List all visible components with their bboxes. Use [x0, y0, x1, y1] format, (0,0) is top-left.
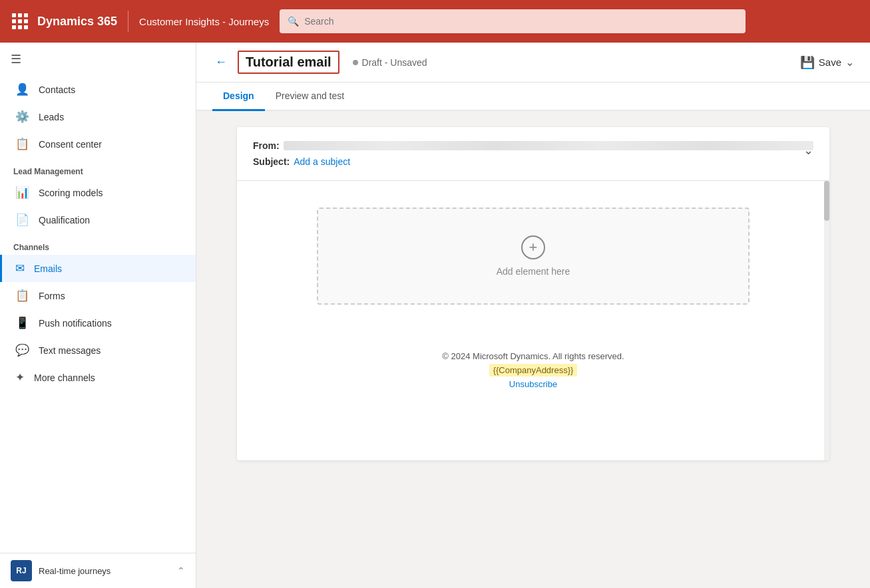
- email-subject-row: Subject: Add a subject: [253, 156, 813, 167]
- main-layout: ☰ 👤 Contacts ⚙️ Leads 📋 Consent center L…: [0, 43, 870, 588]
- email-from-row: From:: [253, 140, 813, 151]
- sidebar: ☰ 👤 Contacts ⚙️ Leads 📋 Consent center L…: [0, 43, 196, 588]
- sidebar-item-label: Forms: [39, 291, 65, 301]
- from-label: From:: [253, 140, 280, 151]
- leads-icon: ⚙️: [15, 110, 29, 124]
- sidebar-item-emails[interactable]: ✉ Emails: [0, 255, 196, 282]
- scrollbar-thumb[interactable]: [824, 181, 829, 221]
- app-name: Customer Insights - Journeys: [139, 16, 269, 27]
- add-element-area[interactable]: + Add element here: [317, 208, 750, 305]
- search-input[interactable]: [304, 16, 738, 27]
- email-header-section: From: Subject: Add a subject ⌄: [237, 127, 829, 181]
- email-card: From: Subject: Add a subject ⌄: [237, 127, 829, 460]
- sidebar-item-consent-center[interactable]: 📋 Consent center: [0, 130, 196, 158]
- consent-icon: 📋: [15, 137, 29, 151]
- tab-preview-test[interactable]: Preview and test: [265, 82, 355, 111]
- back-button[interactable]: ←: [212, 53, 230, 72]
- editor-area: From: Subject: Add a subject ⌄: [196, 111, 870, 588]
- push-icon: 📱: [15, 316, 29, 330]
- sidebar-item-text-messages[interactable]: 💬 Text messages: [0, 337, 196, 364]
- footer-label: Real-time journeys: [39, 566, 110, 576]
- subject-label: Subject:: [253, 156, 290, 167]
- app-title: Dynamics 365: [37, 15, 117, 29]
- top-bar: Dynamics 365 Customer Insights - Journey…: [0, 0, 870, 43]
- sidebar-item-label: Qualification: [39, 215, 90, 225]
- save-icon: 💾: [800, 55, 815, 70]
- tabs-bar: Design Preview and test: [196, 82, 870, 111]
- sidebar-item-label: Leads: [39, 112, 64, 122]
- sidebar-item-forms[interactable]: 📋 Forms: [0, 282, 196, 309]
- email-card-content: + Add element here © 2024 Microsoft Dyna…: [237, 181, 829, 460]
- text-messages-icon: 💬: [15, 343, 29, 357]
- add-element-text: Add element here: [497, 266, 570, 277]
- contacts-icon: 👤: [15, 82, 29, 96]
- sidebar-item-label: Scoring models: [39, 188, 103, 198]
- draft-status: Draft - Unsaved: [353, 57, 427, 68]
- footer-chevron-icon[interactable]: ⌃: [177, 565, 185, 576]
- copyright-text: © 2024 Microsoft Dynamics. All rights re…: [250, 351, 816, 361]
- qualification-icon: 📄: [15, 213, 29, 227]
- section-channels: Channels: [0, 233, 196, 255]
- add-subject-link[interactable]: Add a subject: [294, 156, 350, 167]
- email-footer: © 2024 Microsoft Dynamics. All rights re…: [237, 331, 829, 416]
- sidebar-hamburger[interactable]: ☰: [0, 43, 196, 76]
- tab-design[interactable]: Design: [212, 82, 265, 111]
- top-bar-divider: [128, 11, 128, 32]
- search-icon: 🔍: [288, 16, 299, 27]
- add-element-plus-icon: +: [521, 235, 545, 259]
- company-address-tag[interactable]: {{CompanyAddress}}: [489, 364, 578, 376]
- sidebar-item-scoring-models[interactable]: 📊 Scoring models: [0, 179, 196, 206]
- avatar: RJ: [11, 560, 32, 581]
- sidebar-item-qualification[interactable]: 📄 Qualification: [0, 206, 196, 233]
- scrollbar-track[interactable]: [824, 181, 829, 460]
- unsubscribe-link[interactable]: Unsubscribe: [250, 379, 816, 389]
- email-header-chevron-icon[interactable]: ⌄: [803, 143, 813, 158]
- sidebar-item-label: Push notifications: [39, 318, 112, 329]
- draft-status-text: Draft - Unsaved: [362, 57, 427, 68]
- save-chevron-icon[interactable]: ⌄: [845, 56, 854, 69]
- forms-icon: 📋: [15, 289, 29, 303]
- sidebar-item-label: Consent center: [39, 139, 102, 150]
- sidebar-footer[interactable]: RJ Real-time journeys ⌃: [0, 553, 196, 588]
- page-title: Tutorial email: [238, 51, 339, 74]
- save-button[interactable]: Save: [819, 57, 841, 68]
- sidebar-item-more-channels[interactable]: ✦ More channels: [0, 364, 196, 391]
- waffle-menu[interactable]: [8, 9, 32, 33]
- sidebar-item-label: Contacts: [39, 84, 75, 95]
- from-value: [284, 141, 813, 150]
- scoring-icon: 📊: [15, 186, 29, 200]
- page-header: ← Tutorial email Draft - Unsaved 💾 Save …: [196, 43, 870, 82]
- emails-icon: ✉: [15, 261, 25, 275]
- sidebar-item-label: Emails: [34, 263, 62, 274]
- sidebar-item-contacts[interactable]: 👤 Contacts: [0, 76, 196, 103]
- sidebar-item-push-notifications[interactable]: 📱 Push notifications: [0, 309, 196, 337]
- sidebar-item-leads[interactable]: ⚙️ Leads: [0, 103, 196, 130]
- save-area: 💾 Save ⌄: [800, 55, 854, 70]
- main-content: ← Tutorial email Draft - Unsaved 💾 Save …: [196, 43, 870, 588]
- more-channels-icon: ✦: [15, 370, 25, 384]
- section-lead-management: Lead Management: [0, 158, 196, 179]
- draft-dot: [353, 60, 358, 65]
- sidebar-item-label: Text messages: [39, 345, 101, 356]
- search-bar[interactable]: 🔍: [280, 9, 746, 33]
- sidebar-item-label: More channels: [34, 372, 95, 383]
